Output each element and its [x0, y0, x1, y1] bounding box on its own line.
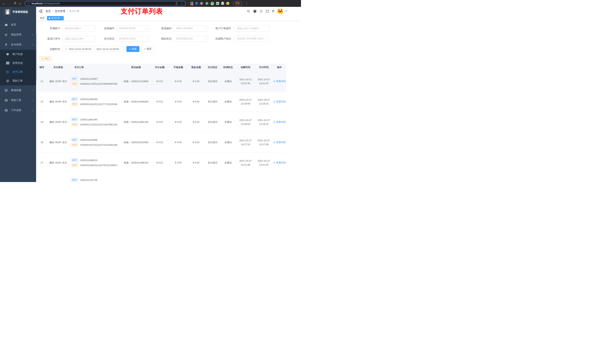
app-logo-row[interactable]: 芋道管理系统	[0, 7, 36, 17]
table-row[interactable]: 18 微信 JSAPI 支付 商户 1635311823086 支付 42000…	[37, 132, 286, 153]
sidebar-item-payment[interactable]: ¥ 支付管理	[0, 40, 36, 50]
extension-blocks-icon[interactable]: 10	[190, 2, 193, 5]
pay-order-cell: 商户 1635311823086 支付 42000011672021102710…	[70, 137, 122, 148]
reset-button[interactable]: 重置	[141, 46, 154, 52]
date-range-picker[interactable]: 2021-10-01 00:00:00 - 2021-10-31 23:59:5…	[62, 46, 123, 52]
url-bar[interactable]: i localhost:1024/pay/order ☆	[25, 1, 186, 6]
orders-table: 编号 支付渠道 支付订单 商品标题 支付金额 手续金额 退款金额 支付状态 回调…	[37, 63, 286, 182]
main-area: 首页 / 支付管理 / 支付订单 支付订单列表 ? tT 首页 支付订单 ×	[36, 7, 301, 182]
browser-back-icon[interactable]: ←	[2, 2, 5, 5]
pay-status: 支付成功	[205, 141, 220, 144]
view-detail-link[interactable]: 查看详情	[273, 161, 286, 165]
channel-code-select[interactable]: 请输入渠道编码	[174, 25, 208, 31]
notify-status-select[interactable]: 请选择订单回调商户状态	[235, 36, 269, 42]
table-row[interactable]: 21 微信 JSAPI 支付 商户 1635312124657 支付 42000…	[37, 71, 286, 92]
view-detail-link[interactable]: 查看详情	[273, 100, 286, 104]
font-size-icon[interactable]: tT	[272, 10, 274, 13]
merchant-select[interactable]	[62, 25, 96, 31]
table-row[interactable]: 17 微信 JSAPI 支付 商户 1635311468233 支付 42000…	[37, 153, 286, 173]
chevron-down-icon	[204, 27, 206, 29]
sidebar-item-merchant-info[interactable]: 商户信息	[0, 50, 36, 59]
extension-command-icon[interactable]: ⌘	[200, 2, 203, 5]
extensions-puzzle-icon[interactable]	[221, 2, 224, 5]
filter-label: 创建时间	[40, 46, 62, 52]
extension-emoji-icon[interactable]	[226, 2, 229, 5]
col-header: 支付金额	[150, 66, 169, 69]
view-detail-link[interactable]: 查看详情	[273, 80, 286, 83]
search-button[interactable]: 搜索	[127, 46, 140, 52]
sidebar-item-pay-order[interactable]: ¥ 支付订单	[0, 68, 36, 76]
view-detail-link[interactable]: 查看详情	[273, 120, 286, 124]
search-icon[interactable]	[247, 10, 250, 13]
refund-status-select[interactable]: 请选择退款状态	[174, 36, 208, 42]
scrollbar-thumb[interactable]	[36, 35, 37, 81]
extension-record-icon[interactable]	[205, 2, 208, 5]
site-info-icon[interactable]: i	[27, 2, 30, 5]
share-icon[interactable]	[175, 2, 178, 5]
col-header: 商品标题	[122, 66, 150, 69]
merchant-order-no: 1635312124657	[80, 77, 97, 80]
filter-label: 所属商户	[40, 25, 62, 31]
channel-order-no-input[interactable]	[65, 37, 93, 40]
sidebar-item-system[interactable]: ⚙ 系统管理	[0, 30, 36, 40]
sidebar-item-home[interactable]: 首页	[0, 20, 36, 30]
browser-menu-icon[interactable]: ⋮	[245, 2, 248, 5]
avatar[interactable]	[278, 9, 283, 14]
export-button[interactable]: 导出	[39, 56, 52, 61]
extension-badge: 10	[191, 3, 194, 6]
fee-amount: ¥ 0.00	[169, 161, 187, 164]
tab-home[interactable]: 首页	[38, 16, 46, 20]
merchant-input[interactable]	[65, 27, 93, 30]
product-title: 标题：1635311823086	[122, 141, 150, 144]
document-icon	[5, 80, 10, 82]
channel-order-no-field[interactable]	[62, 36, 96, 42]
fullscreen-icon[interactable]	[266, 10, 269, 13]
browser-home-icon[interactable]: ⌂	[19, 2, 21, 5]
pay-channel: 微信 JSAPI 支付	[47, 120, 70, 124]
order-id: 18	[37, 141, 47, 144]
app-select[interactable]: 请选择应用信息	[117, 25, 150, 31]
product-title: 标题：1635311949168	[122, 100, 150, 104]
main-scrollbar[interactable]	[36, 7, 37, 182]
tab-close-icon[interactable]: ×	[61, 17, 62, 19]
github-icon[interactable]	[253, 10, 257, 13]
notify-status: 未通知	[220, 141, 236, 144]
breadcrumb-home[interactable]: 首页	[45, 10, 51, 13]
chevron-down-icon	[146, 38, 148, 39]
sidebar-fold-icon[interactable]	[39, 10, 43, 13]
browser-reload-icon[interactable]	[14, 2, 16, 5]
merchant-tag: 商户	[71, 97, 78, 101]
sidebar-item-refund-order[interactable]: 退款订单	[0, 76, 36, 85]
breadcrumb-payment[interactable]: 支付管理	[55, 10, 65, 13]
pay-channel: 微信 JSAPI 支付	[47, 141, 70, 144]
col-header: 编号	[37, 66, 47, 69]
sidebar-item-infrastructure[interactable]: 基础设施	[0, 85, 36, 95]
tab-pay-order[interactable]: 支付订单 ×	[47, 16, 64, 20]
sidebar-item-dev-tools[interactable]: 研发工具	[0, 95, 36, 105]
pay-order-no: 4200001181202110277723215336	[80, 103, 117, 106]
extension-wechat-icon[interactable]: y	[211, 2, 214, 5]
pay-status: 支付成功	[205, 100, 220, 104]
created-time: 2021-10-27 13:19:09	[236, 98, 255, 106]
view-detail-link[interactable]: 查看详情	[273, 141, 286, 144]
table-row[interactable]: 19 微信 JSAPI 支付 商户 1635311881440 支付 42000…	[37, 112, 286, 132]
browser-forward-icon[interactable]: →	[8, 2, 11, 5]
browser-update-button[interactable]: 更新	[233, 1, 242, 6]
help-icon[interactable]: ?	[260, 10, 263, 13]
pay-channel: 微信 JSAPI 支付	[47, 161, 70, 165]
merchant-order-no-input[interactable]	[237, 27, 267, 30]
merchant-order-no-field[interactable]	[235, 25, 269, 31]
sidebar-item-workflow[interactable]: 工作流程	[0, 105, 36, 115]
bookmark-star-icon[interactable]: ☆	[181, 2, 183, 5]
sidebar-item-app-info[interactable]: 应用信息	[0, 59, 36, 68]
merchant-order-no: 1635311468233	[80, 159, 97, 162]
table-row[interactable]: 20 微信 JSAPI 支付 商户 1635311949168 支付 42000…	[37, 92, 286, 112]
extension-chat-icon[interactable]	[216, 2, 219, 5]
extension-balloon-icon[interactable]	[195, 2, 198, 5]
avatar-caret-icon[interactable]	[285, 11, 287, 12]
magnifier-icon	[273, 101, 275, 103]
pay-status-select[interactable]: 请选择支付状态	[117, 36, 150, 42]
magnifier-icon	[273, 162, 275, 164]
order-id: 17	[37, 161, 47, 164]
chevron-up-icon	[32, 44, 33, 46]
